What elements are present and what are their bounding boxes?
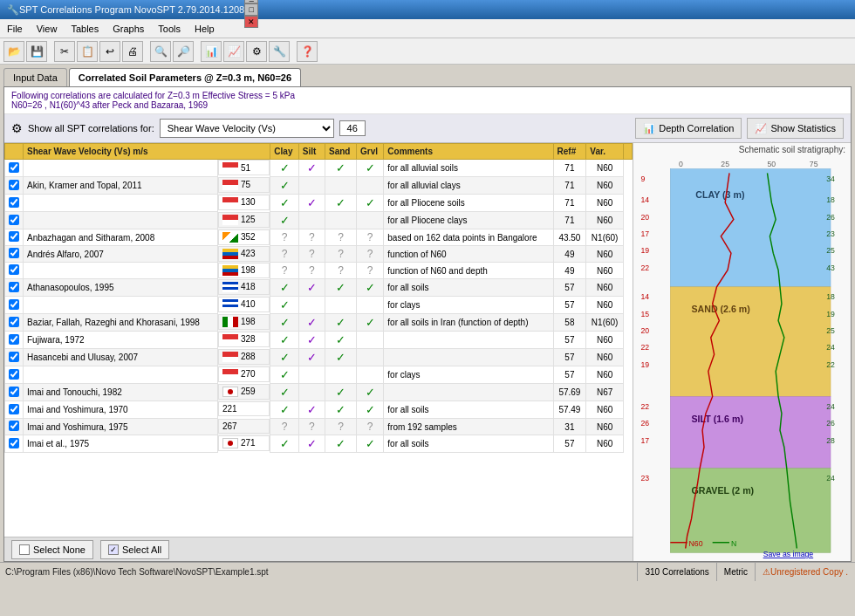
row-var: N1(60) <box>586 229 624 246</box>
row-checkbox[interactable] <box>9 404 19 414</box>
row-checkbox-cell <box>5 384 24 401</box>
row-value-cell: 198 <box>218 314 270 330</box>
row-grvl <box>357 332 384 349</box>
toolbar-undo[interactable]: ↩ <box>99 41 120 62</box>
row-clay: ✓ <box>270 177 298 195</box>
row-ref: 57 <box>553 332 586 349</box>
row-value-cell: 259 <box>218 384 270 400</box>
row-checkbox[interactable] <box>9 369 19 380</box>
row-checkbox-cell <box>5 229 24 246</box>
toolbar-help[interactable]: ❓ <box>297 41 318 62</box>
select-none-label: Select None <box>33 544 86 555</box>
correlation-type-select[interactable]: Shear Wave Velocity (Vs) <box>160 119 334 138</box>
row-comment: for all Pliocene soils <box>384 195 553 212</box>
row-grvl: ✓ <box>357 384 384 401</box>
row-checkbox-cell <box>5 177 24 195</box>
row-var: N60 <box>586 349 624 366</box>
row-checkbox[interactable] <box>9 282 19 292</box>
row-clay: ✓ <box>270 366 298 384</box>
row-checkbox[interactable] <box>9 248 19 258</box>
toolbar-chart[interactable]: 📊 <box>201 41 222 62</box>
toolbar-save[interactable]: 💾 <box>26 41 47 62</box>
row-value-cell: 75 <box>218 177 270 193</box>
row-sand: ✓ <box>325 435 356 453</box>
menu-view[interactable]: View <box>30 19 65 38</box>
row-var: N60 <box>586 212 624 229</box>
svg-text:SAND (2.6 m): SAND (2.6 m) <box>692 304 751 314</box>
row-var: N60 <box>586 246 624 263</box>
show-statistics-button[interactable]: 📈 Show Statistics <box>747 118 844 139</box>
select-none-button[interactable]: Select None <box>11 540 93 559</box>
row-checkbox[interactable] <box>9 421 19 431</box>
row-clay: ✓ <box>270 332 298 349</box>
menu-graphs[interactable]: Graphs <box>106 19 151 38</box>
status-path: C:\Program Files (x86)\Novo Tech Softwar… <box>0 567 637 577</box>
row-checkbox[interactable] <box>9 299 19 310</box>
check-green-icon: ✓ <box>366 161 375 175</box>
row-checkbox[interactable] <box>9 162 19 173</box>
row-clay: ✓ <box>270 435 298 453</box>
toolbar-cut[interactable]: ✂ <box>54 41 75 62</box>
col-header-ref: Ref# <box>553 144 586 160</box>
menu-tables[interactable]: Tables <box>64 19 106 38</box>
question-icon: ? <box>309 421 315 433</box>
toolbar-settings[interactable]: ⚙ <box>246 41 267 62</box>
select-none-checkbox <box>19 544 30 555</box>
check-green-icon: ✓ <box>336 333 345 346</box>
row-grvl: ✓ <box>357 401 384 419</box>
row-checkbox[interactable] <box>9 334 19 345</box>
toolbar-zoomout[interactable]: 🔎 <box>173 41 194 62</box>
warning-text: Unregistered Copy . <box>770 567 848 577</box>
check-green-icon: ✓ <box>336 316 345 329</box>
row-grvl <box>357 212 384 229</box>
toolbar-open[interactable]: 📂 <box>3 41 24 62</box>
row-checkbox[interactable] <box>9 215 19 225</box>
warning-icon: ⚠ <box>763 567 770 577</box>
toolbar-print[interactable]: 🖨 <box>122 41 143 62</box>
depth-correlation-button[interactable]: 📊 Depth Correlation <box>635 118 742 139</box>
row-checkbox-cell <box>5 279 24 297</box>
row-sand: ✓ <box>325 160 356 177</box>
check-green-icon: ✓ <box>366 403 375 416</box>
toolbar-copy[interactable]: 📋 <box>77 41 98 62</box>
row-checkbox-cell <box>5 297 24 314</box>
select-all-button[interactable]: ✓ Select All <box>100 540 169 559</box>
row-checkbox[interactable] <box>9 264 19 275</box>
row-checkbox[interactable] <box>9 387 19 397</box>
content-area: Shear Wave Velocity (Vs) m/s Clay Silt S… <box>4 143 851 561</box>
menu-file[interactable]: File <box>0 19 30 38</box>
tab-correlated-params[interactable]: Correlated Soil Parameters @ Z=0.3 m, N6… <box>69 68 301 86</box>
row-silt <box>298 366 325 384</box>
toolbar-graph[interactable]: 📈 <box>223 41 244 62</box>
toolbar: 📂 💾 ✂ 📋 ↩ 🖨 🔍 🔎 📊 📈 ⚙ 🔧 ❓ <box>0 38 855 65</box>
menu-help[interactable]: Help <box>188 19 222 38</box>
check-purple-icon: ✓ <box>307 333 317 346</box>
menu-tools[interactable]: Tools <box>151 19 188 38</box>
maximize-button[interactable]: □ <box>244 3 258 16</box>
row-checkbox[interactable] <box>9 180 19 190</box>
row-checkbox-cell <box>5 263 24 279</box>
toolbar-zoomin[interactable]: 🔍 <box>150 41 171 62</box>
check-purple-icon: ✓ <box>307 316 317 329</box>
row-value: 125 <box>241 215 256 224</box>
tab-input-data[interactable]: Input Data <box>3 68 67 86</box>
row-ref: 57 <box>553 366 586 384</box>
close-button[interactable]: ✕ <box>244 16 258 28</box>
row-checkbox[interactable] <box>9 352 19 362</box>
row-silt: ✓ <box>298 195 325 212</box>
row-value-cell: 410 <box>218 297 270 312</box>
check-green-icon: ✓ <box>280 179 290 192</box>
row-comment: function of N60 and depth <box>384 263 553 279</box>
row-clay: ✓ <box>270 314 298 332</box>
row-ref: 57.69 <box>553 384 586 401</box>
row-grvl <box>357 297 384 314</box>
row-checkbox[interactable] <box>9 438 19 448</box>
row-checkbox[interactable] <box>9 231 19 242</box>
svg-text:23: 23 <box>826 229 835 238</box>
row-grvl: ? <box>357 263 384 279</box>
row-checkbox[interactable] <box>9 317 19 327</box>
svg-text:N: N <box>731 539 736 548</box>
row-checkbox[interactable] <box>9 197 19 208</box>
toolbar-tools2[interactable]: 🔧 <box>269 41 290 62</box>
row-checkbox-cell <box>5 314 24 332</box>
